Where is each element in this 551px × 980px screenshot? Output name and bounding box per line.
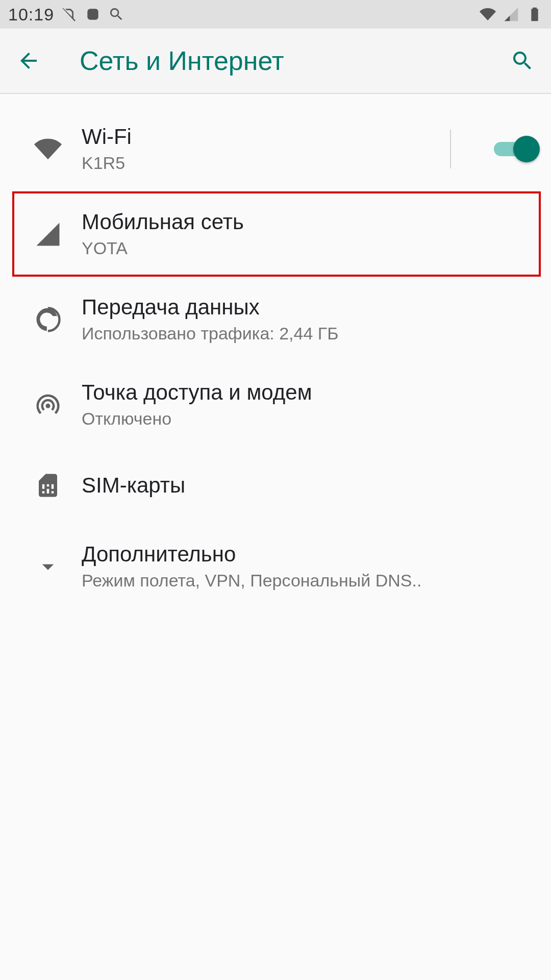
svg-rect-0 (87, 9, 98, 19)
settings-item-data-usage[interactable]: Передача данных Использовано трафика: 2,… (0, 277, 551, 362)
no-sim-icon (61, 6, 78, 22)
item-title: Дополнительно (82, 542, 537, 567)
back-button[interactable] (14, 46, 43, 75)
battery-icon (527, 6, 543, 22)
settings-item-mobile-network[interactable]: Мобильная сеть YOTA (0, 191, 551, 277)
wifi-status-icon (480, 6, 496, 22)
search-button[interactable] (508, 46, 537, 75)
status-bar: 10:19 (0, 0, 551, 29)
item-subtitle: Использовано трафика: 2,44 ГБ (82, 324, 537, 344)
settings-item-wifi[interactable]: Wi-Fi K1R5 (0, 106, 551, 191)
settings-item-sim-cards[interactable]: SIM-карты (0, 447, 551, 524)
settings-list: Wi-Fi K1R5 Мобильная сеть YOTA Передача … (0, 94, 551, 609)
sim-card-icon (14, 472, 82, 499)
item-subtitle: K1R5 (82, 153, 450, 173)
hotspot-icon (14, 391, 82, 419)
cell-signal-icon (14, 220, 82, 248)
wifi-icon (14, 135, 82, 163)
item-subtitle: Отключено (82, 409, 537, 429)
divider (450, 130, 451, 168)
item-title: Передача данных (82, 295, 537, 320)
settings-item-hotspot[interactable]: Точка доступа и модем Отключено (0, 362, 551, 447)
settings-item-advanced[interactable]: Дополнительно Режим полета, VPN, Персона… (0, 524, 551, 609)
chevron-down-icon (14, 553, 82, 580)
cell-signal-icon (503, 6, 519, 22)
item-title: SIM-карты (82, 473, 537, 498)
page-title: Сеть и Интернет (80, 45, 508, 76)
item-subtitle: YOTA (82, 238, 537, 258)
item-title: Точка доступа и модем (82, 380, 537, 405)
status-time: 10:19 (8, 5, 54, 24)
item-subtitle: Режим полета, VPN, Персональный DNS.. (82, 571, 439, 591)
wifi-toggle[interactable] (494, 138, 537, 160)
data-usage-icon (14, 306, 82, 333)
item-title: Wi-Fi (82, 125, 450, 149)
app-bar: Сеть и Интернет (0, 29, 551, 94)
app-square-icon (85, 6, 101, 22)
search-status-icon (108, 6, 124, 22)
item-title: Мобильная сеть (82, 210, 537, 234)
